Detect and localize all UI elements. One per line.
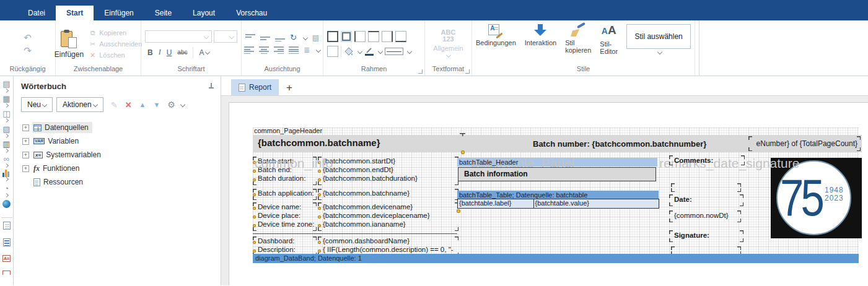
align-middle-icon[interactable] <box>260 34 270 41</box>
info-label-column[interactable]: Device name:Device place:Device time zon… <box>253 202 317 231</box>
tree-expander[interactable]: + <box>22 165 29 172</box>
undo-icon[interactable]: ↶ <box>24 33 32 41</box>
tree-expander[interactable]: + <box>22 138 29 145</box>
word-wrap-icon[interactable]: ▤ <box>312 34 319 41</box>
field-value-expression[interactable]: {batchcommon.batchname} <box>318 189 458 197</box>
strikethrough-button[interactable]: abc <box>177 49 187 56</box>
field-value-expression[interactable]: {common.dashboardName} <box>318 236 458 245</box>
date-label-field[interactable]: Date: <box>669 194 743 206</box>
info-value-column[interactable]: {batchcommon.batchname} <box>318 189 458 200</box>
align-top-icon[interactable] <box>245 34 255 41</box>
gauge-icon[interactable]: ◔ <box>4 184 9 199</box>
border-bottom-icon[interactable] <box>395 31 406 42</box>
field-label[interactable]: Device name: <box>253 202 317 211</box>
field-label[interactable]: Device time zone: <box>253 220 317 228</box>
field-value-expression[interactable]: {batchcommon.deviceplacename} <box>318 211 458 220</box>
italic-button[interactable]: I <box>159 48 161 57</box>
interaction-button[interactable]: Interaktion <box>525 24 556 46</box>
data-bands-icon[interactable]: ▦ <box>2 95 10 110</box>
align-justify-icon[interactable] <box>289 46 299 54</box>
field-value-expression[interactable]: {batchcommon.iananame} <box>318 220 458 228</box>
field-value-expression[interactable]: {batchcommon.devicename} <box>318 202 458 211</box>
batchtable-header-band[interactable]: batchTable_Header <box>457 158 657 167</box>
page-icon[interactable] <box>3 222 11 238</box>
border-outer-icon-selected[interactable] <box>341 31 352 42</box>
report-components-icon[interactable]: ▧ <box>2 125 10 140</box>
report-page[interactable]: common_PageHeader {batchcommon.batchname… <box>229 102 868 285</box>
align-left-icon[interactable] <box>244 46 254 54</box>
text-rotation-icon[interactable]: ↻ <box>290 34 297 41</box>
expand-chevron[interactable] <box>4 149 9 153</box>
align-center-icon[interactable] <box>259 46 269 54</box>
add-page-button[interactable]: + <box>286 82 292 95</box>
field-value-expression[interactable]: {batchcommon.startDt} <box>318 157 458 165</box>
shapes-icon[interactable]: ∞ <box>4 155 9 170</box>
signature-label-field[interactable]: Signature: <box>669 230 743 242</box>
table-cell-value[interactable]: {batchtable.value} <box>533 199 659 209</box>
font-color-button[interactable]: A <box>199 48 209 57</box>
barcode-icon[interactable]: ▥ <box>2 140 10 155</box>
tree-item-ressourcen[interactable]: +Ressourcen <box>22 175 221 189</box>
comments-field[interactable]: Comments: <box>669 155 745 165</box>
line-spacing-icon[interactable]: ≣ <box>304 46 310 54</box>
field-label[interactable]: Device place: <box>253 211 317 220</box>
report-tab[interactable]: Report <box>231 79 279 95</box>
border-top-icon[interactable] <box>368 31 379 42</box>
empty-text-field[interactable] <box>671 183 741 192</box>
date-value-field[interactable]: {common.nowDt} <box>669 210 741 222</box>
style-editor-button[interactable]: AA Stil-Editor <box>600 24 618 55</box>
expand-chevron[interactable] <box>4 163 9 168</box>
edit-icon[interactable]: ✎ <box>111 100 118 110</box>
batch-information-box[interactable]: Batch information <box>458 167 656 181</box>
font-family-select[interactable] <box>145 30 212 43</box>
diagram-data-band[interactable]: diagram_DataBand; Datenquelle: 1 <box>253 254 859 263</box>
fill-color-icon[interactable] <box>344 46 354 56</box>
batchname-field[interactable]: {batchcommon.batchname} <box>258 137 380 148</box>
menu-tab-vorschau[interactable]: Vorschau <box>226 6 278 20</box>
move-down-icon[interactable]: ▼ <box>153 101 160 108</box>
menu-tab-start[interactable]: Start <box>56 6 94 20</box>
field-label[interactable]: Dashboard: <box>253 236 317 245</box>
select-style-button[interactable]: Stil auswählen <box>626 24 691 49</box>
expand-chevron[interactable] <box>4 177 9 181</box>
info-label-column[interactable]: Batch application: <box>253 189 317 200</box>
new-button[interactable]: Neu <box>21 97 53 112</box>
field-label[interactable]: Batch duration: <box>253 174 317 183</box>
expand-chevron[interactable] <box>4 193 9 197</box>
cut-button[interactable]: ✂Ausschneiden <box>89 40 142 48</box>
page-number-field[interactable]: eNumber} of {TotalPageCount} <box>748 136 861 151</box>
menu-tab-einfügen[interactable]: Einfügen <box>94 6 144 20</box>
select-style-chevron[interactable] <box>657 50 662 54</box>
tree-expander[interactable]: + <box>22 124 29 131</box>
expand-chevron[interactable] <box>4 134 9 138</box>
delete-item-icon[interactable]: ✕ <box>125 100 132 110</box>
field-value-expression[interactable]: { IIF(Length(common.description) == 0, "… <box>318 245 458 254</box>
field-label[interactable]: Batch application: <box>253 189 317 197</box>
tree-item-variablen[interactable]: +VARVariablen <box>22 134 221 148</box>
red-component-icon[interactable] <box>2 271 11 285</box>
field-label[interactable]: Description: <box>253 245 317 254</box>
info-value-column[interactable]: {batchcommon.devicename}{batchcommon.dev… <box>318 202 458 231</box>
expand-chevron[interactable] <box>4 118 9 123</box>
border-color-icon[interactable] <box>364 46 374 56</box>
expand-chevron[interactable] <box>4 103 9 108</box>
resize-handle[interactable] <box>460 133 465 136</box>
border-left-icon[interactable] <box>354 31 366 42</box>
field-value-expression[interactable]: {batchcommon.batchduration} <box>318 174 458 183</box>
copy-button[interactable]: ⧉Kopieren <box>89 29 142 37</box>
tree-expander[interactable]: + <box>22 152 29 158</box>
menu-tab-seite[interactable]: Seite <box>144 6 182 20</box>
info-value-column[interactable]: {batchcommon.startDt}{batchcommon.endDt}… <box>318 157 458 185</box>
bold-button[interactable]: B <box>147 48 153 57</box>
card-icon[interactable]: A= <box>2 255 11 271</box>
batchtable-table-band[interactable]: batchTable_Table; Datenquelle: batchtabl… <box>457 191 659 199</box>
borders-dialog-launcher[interactable] <box>418 69 423 74</box>
delete-button[interactable]: ✕Löschen <box>89 51 142 59</box>
pin-icon[interactable] <box>208 83 214 90</box>
tree-item-funktionen[interactable]: +fxFunktionen <box>22 162 221 175</box>
font-size-select[interactable] <box>214 30 237 43</box>
expand-chevron[interactable] <box>4 89 9 93</box>
move-up-icon[interactable]: ▲ <box>139 101 146 108</box>
field-value-expression[interactable]: {batchcommon.endDt} <box>318 165 458 174</box>
border-right-icon[interactable] <box>382 31 393 42</box>
